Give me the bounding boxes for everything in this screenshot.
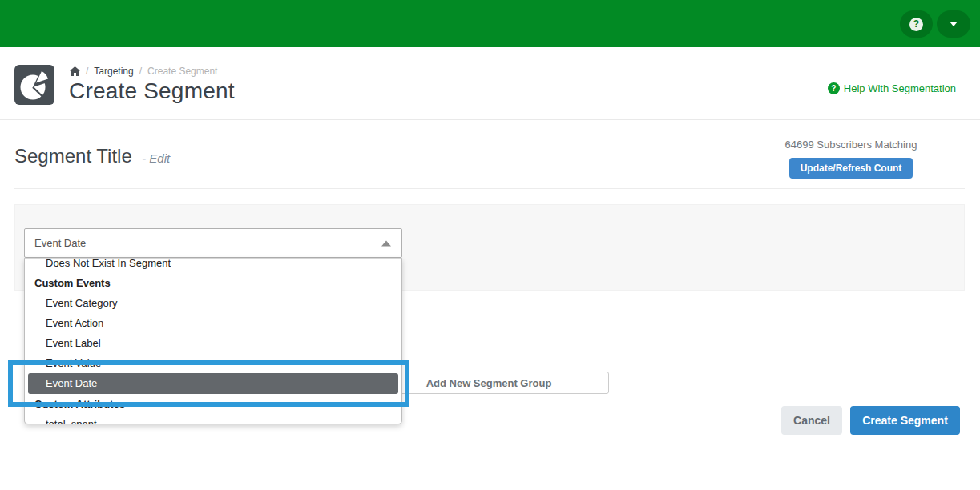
navbar-account-dropdown-button[interactable]	[937, 10, 970, 38]
dropdown-option[interactable]: Event Action	[25, 313, 401, 333]
help-with-segmentation-link[interactable]: ? Help With Segmentation	[828, 82, 956, 94]
question-mark-icon: ?	[828, 82, 840, 94]
update-refresh-count-button[interactable]: Update/Refresh Count	[789, 158, 913, 179]
navbar-help-button[interactable]: ?	[900, 10, 933, 38]
app-logo	[14, 65, 54, 105]
breadcrumb-separator: /	[86, 66, 88, 77]
section-divider	[14, 188, 965, 189]
cancel-button[interactable]: Cancel	[781, 406, 842, 435]
subscribers-matching-text: 64699 Subscribers Matching	[785, 139, 917, 151]
create-segment-page: ? / Targeting / Create Segment Create Se…	[0, 0, 980, 490]
breadcrumb: / Targeting / Create Segment	[70, 66, 217, 77]
dropdown-option-selected[interactable]: Event Date	[28, 373, 398, 394]
chevron-down-icon	[950, 22, 958, 26]
subscribers-matching-block: 64699 Subscribers Matching Update/Refres…	[763, 139, 939, 179]
segment-title-row: Segment Title - Edit	[14, 145, 170, 167]
breadcrumb-targeting[interactable]: Targeting	[94, 66, 133, 77]
create-segment-button[interactable]: Create Segment	[850, 406, 960, 435]
dropdown-group-header: Custom Events	[25, 273, 401, 293]
field-select[interactable]: Event Date	[24, 228, 402, 258]
help-link-label: Help With Segmentation	[844, 82, 956, 94]
pie-chart-icon	[14, 65, 54, 105]
page-header: / Targeting / Create Segment Create Segm…	[0, 47, 980, 120]
field-dropdown-list: Does Not Exist In Segment Custom Events …	[24, 258, 402, 424]
add-new-segment-group-button[interactable]: Add New Segment Group	[369, 372, 609, 394]
field-select-value: Event Date	[34, 237, 86, 249]
segment-title: Segment Title	[14, 145, 132, 167]
dropdown-option[interactable]: Event Label	[25, 333, 401, 353]
home-icon[interactable]	[70, 66, 80, 76]
dropdown-option[interactable]: total_spent	[25, 414, 401, 424]
dropdown-option[interactable]: Does Not Exist In Segment	[25, 258, 401, 273]
breadcrumb-separator: /	[139, 66, 142, 77]
group-connector-line	[490, 316, 490, 362]
question-mark-icon: ?	[909, 18, 923, 31]
segment-title-edit-link[interactable]: - Edit	[142, 151, 170, 165]
dropdown-option[interactable]: Event Value	[25, 353, 401, 373]
page-title: Create Segment	[69, 78, 235, 104]
dropdown-group-header: Custom Attributes	[25, 394, 401, 414]
top-navbar: ?	[0, 0, 980, 47]
chevron-up-icon	[381, 240, 391, 246]
dropdown-option[interactable]: Event Category	[25, 293, 401, 313]
breadcrumb-create-segment: Create Segment	[147, 66, 217, 77]
